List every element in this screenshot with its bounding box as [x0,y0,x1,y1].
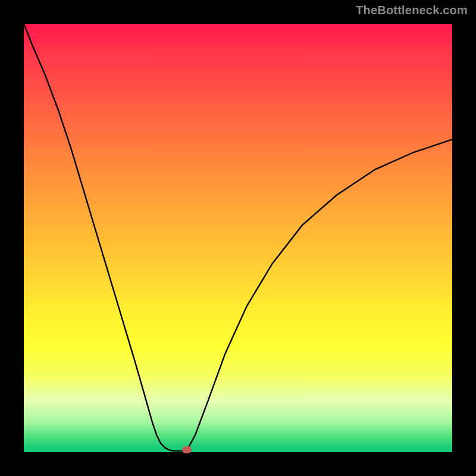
bottleneck-curve [24,24,452,452]
optimal-point-marker [182,446,192,453]
chart-frame: TheBottleneck.com [0,0,476,476]
watermark-label: TheBottleneck.com [356,4,468,17]
curve-path [24,24,452,451]
plot-area [24,24,452,452]
